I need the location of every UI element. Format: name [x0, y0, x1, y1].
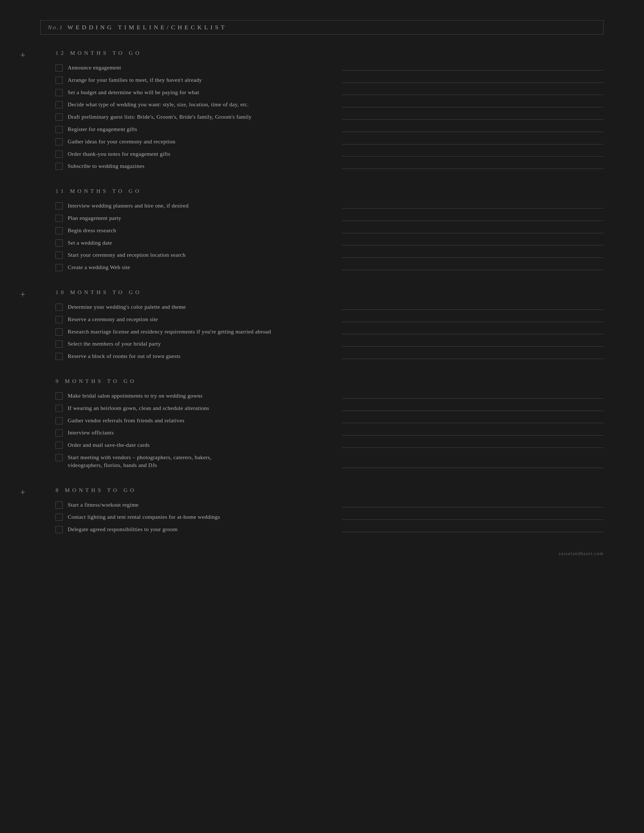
- checklist-item: Register for engagement gifts: [56, 125, 604, 133]
- checklist-item: Determine your wedding's color palette a…: [56, 303, 604, 311]
- checkbox[interactable]: [56, 101, 63, 108]
- checkbox[interactable]: [56, 203, 63, 209]
- item-text: Select the members of your bridal party: [68, 340, 329, 348]
- checklist-item: Start your ceremony and reception locati…: [56, 251, 604, 259]
- checkbox[interactable]: [56, 304, 63, 311]
- checklist-item: Arrange for your families to meet, if th…: [56, 76, 604, 84]
- checklist-item: Start meeting with vendors – photographe…: [56, 453, 604, 469]
- item-line: [342, 95, 604, 95]
- checkbox[interactable]: [56, 328, 63, 336]
- section-11months: 11 MONTHS TO GOInterview wedding planner…: [40, 188, 604, 271]
- checkbox[interactable]: [56, 64, 63, 71]
- checkbox[interactable]: [56, 114, 63, 121]
- item-text: Reserve a block of rooms for out of town…: [68, 352, 329, 360]
- item-line: [342, 220, 604, 221]
- checklist-item: Reserve a block of rooms for out of town…: [56, 352, 604, 360]
- plus-icon: +: [20, 50, 25, 60]
- checklist-item: Order and mail save-the-date cards: [56, 441, 604, 449]
- item-text: Gather vendor referrals from friends and…: [68, 417, 329, 425]
- checkbox[interactable]: [56, 215, 63, 222]
- checklist-item: Plan engagement party: [56, 214, 604, 222]
- section-9months: 9 MONTHS TO GOMake bridal salon appointm…: [40, 378, 604, 469]
- checkbox[interactable]: [56, 526, 63, 533]
- checkbox[interactable]: [56, 163, 63, 170]
- item-text: Start your ceremony and reception locati…: [68, 251, 329, 259]
- item-text: Gather ideas for your ceremony and recep…: [68, 138, 329, 146]
- checkbox[interactable]: [56, 392, 63, 400]
- item-text: Plan engagement party: [68, 214, 329, 222]
- section-10months: +10 MONTHS TO GODetermine your wedding's…: [40, 289, 604, 360]
- checkbox[interactable]: [56, 252, 63, 259]
- checkbox[interactable]: [56, 240, 63, 247]
- checklist-item: Gather vendor referrals from friends and…: [56, 417, 604, 425]
- section-12months: +12 MONTHS TO GOAnnounce engagementArran…: [40, 50, 604, 170]
- item-line: [342, 532, 604, 532]
- item-text: Arrange for your families to meet, if th…: [68, 76, 329, 84]
- checkbox[interactable]: [56, 429, 63, 436]
- checkbox[interactable]: [56, 417, 63, 425]
- checklist-item: Gather ideas for your ceremony and recep…: [56, 138, 604, 146]
- item-line: [342, 519, 604, 520]
- item-line: [342, 70, 604, 71]
- footer-text: russelandhazel.com: [559, 551, 604, 556]
- item-line: [342, 169, 604, 169]
- item-line: [342, 468, 604, 468]
- section-title-11months: 11 MONTHS TO GO: [56, 188, 604, 195]
- item-text: Start meeting with vendors – photographe…: [68, 453, 329, 469]
- item-text: Reserve a ceremony and reception site: [68, 315, 329, 323]
- checkbox[interactable]: [56, 89, 63, 96]
- checklist-item: Select the members of your bridal party: [56, 340, 604, 348]
- item-text: Determine your wedding's color palette a…: [68, 303, 329, 311]
- item-text: Set a wedding date: [68, 239, 329, 247]
- checklist-item: Research marriage license and residency …: [56, 328, 604, 336]
- checkbox[interactable]: [56, 353, 63, 360]
- checkbox[interactable]: [56, 264, 63, 271]
- item-text: Create a wedding Web site: [68, 264, 329, 271]
- checkbox[interactable]: [56, 514, 63, 521]
- checkbox[interactable]: [56, 151, 63, 158]
- item-line: [342, 359, 604, 359]
- footer: russelandhazel.com: [40, 551, 604, 556]
- item-line: [342, 208, 604, 209]
- checkbox[interactable]: [56, 227, 63, 234]
- checklist-item: Announce engagement: [56, 64, 604, 72]
- item-text: Begin dress research: [68, 227, 329, 235]
- checkbox[interactable]: [56, 138, 63, 145]
- item-text: Interview wedding planners and hire one,…: [68, 202, 329, 210]
- item-text: Delegate agreed responsibilities to your…: [68, 526, 329, 533]
- item-line: [342, 132, 604, 132]
- checkbox[interactable]: [56, 316, 63, 323]
- item-text: Set a budget and determine who will be p…: [68, 88, 329, 96]
- section-title-10months: 10 MONTHS TO GO: [56, 289, 604, 296]
- item-line: [342, 270, 604, 270]
- item-line: [342, 257, 604, 258]
- item-line: [342, 398, 604, 399]
- checklist-item: Start a fitness/workout regime: [56, 501, 604, 509]
- item-text: Announce engagement: [68, 64, 329, 72]
- checkbox[interactable]: [56, 405, 63, 412]
- section-title-8months: 8 MONTHS TO GO: [56, 487, 604, 494]
- item-text: Research marriage license and residency …: [68, 328, 329, 336]
- header-number: No.1: [48, 24, 63, 31]
- checklist-item: Draft preliminary guest lists: Bride's, …: [56, 113, 604, 121]
- checkbox[interactable]: [56, 341, 63, 347]
- item-text: Interview officiants: [68, 429, 329, 437]
- item-line: [342, 309, 604, 310]
- checklist-item: Create a wedding Web site: [56, 264, 604, 271]
- item-text: Start a fitness/workout regime: [68, 501, 329, 509]
- checkbox[interactable]: [56, 126, 63, 133]
- item-line: [342, 233, 604, 233]
- checkbox[interactable]: [56, 502, 63, 509]
- section-8months: +8 MONTHS TO GOStart a fitness/workout r…: [40, 487, 604, 533]
- item-line: [342, 119, 604, 120]
- checkbox[interactable]: [56, 454, 63, 461]
- item-text: Make bridal salon appointments to try on…: [68, 392, 329, 400]
- item-text: Register for engagement gifts: [68, 125, 329, 133]
- checklist-item: Set a wedding date: [56, 239, 604, 247]
- checkbox[interactable]: [56, 77, 63, 84]
- checkbox[interactable]: [56, 442, 63, 449]
- checklist-item: Subscribe to wedding magazines: [56, 162, 604, 170]
- checklist-item: Interview wedding planners and hire one,…: [56, 202, 604, 210]
- checklist-item: Set a budget and determine who will be p…: [56, 88, 604, 96]
- item-text: Order thank-you notes for engagement gif…: [68, 150, 329, 158]
